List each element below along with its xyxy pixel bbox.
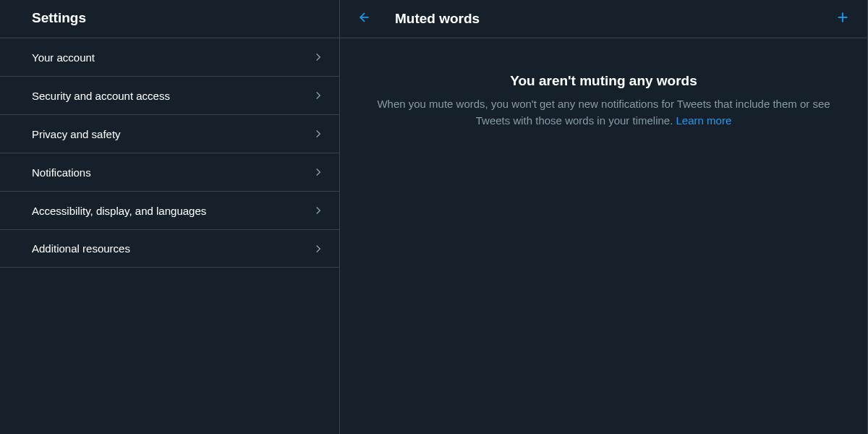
main-header: Muted words (340, 0, 867, 38)
sidebar-item-label: Privacy and safety (32, 128, 121, 140)
sidebar-item-additional[interactable]: Additional resources (0, 229, 339, 268)
settings-sidebar: Settings Your account Security and accou… (0, 0, 340, 434)
arrow-left-icon (357, 10, 372, 27)
chevron-right-icon (312, 204, 325, 217)
sidebar-item-your-account[interactable]: Your account (0, 38, 339, 76)
back-button[interactable] (352, 6, 378, 32)
empty-description: When you mute words, you won't get any n… (363, 96, 844, 129)
empty-description-text: When you mute words, you won't get any n… (377, 98, 830, 127)
sidebar-item-label: Your account (32, 51, 95, 64)
sidebar-item-label: Additional resources (32, 242, 130, 255)
main-panel: Muted words You aren't muting any words … (340, 0, 868, 434)
chevron-right-icon (312, 242, 325, 255)
learn-more-link[interactable]: Learn more (676, 114, 732, 127)
plus-icon (835, 9, 851, 28)
sidebar-item-label: Security and account access (32, 90, 170, 102)
sidebar-item-label: Notifications (32, 166, 91, 179)
add-muted-word-button[interactable] (830, 6, 856, 32)
chevron-right-icon (312, 51, 325, 64)
empty-headline: You aren't muting any words (363, 73, 844, 89)
chevron-right-icon (312, 166, 325, 179)
sidebar-item-label: Accessibility, display, and languages (32, 205, 206, 217)
empty-state: You aren't muting any words When you mut… (340, 38, 867, 129)
sidebar-item-security[interactable]: Security and account access (0, 76, 339, 114)
page-title: Muted words (395, 11, 830, 27)
chevron-right-icon (312, 127, 325, 140)
sidebar-item-notifications[interactable]: Notifications (0, 153, 339, 191)
sidebar-item-privacy[interactable]: Privacy and safety (0, 114, 339, 153)
chevron-right-icon (312, 89, 325, 102)
sidebar-item-accessibility[interactable]: Accessibility, display, and languages (0, 191, 339, 229)
settings-title: Settings (0, 0, 339, 38)
